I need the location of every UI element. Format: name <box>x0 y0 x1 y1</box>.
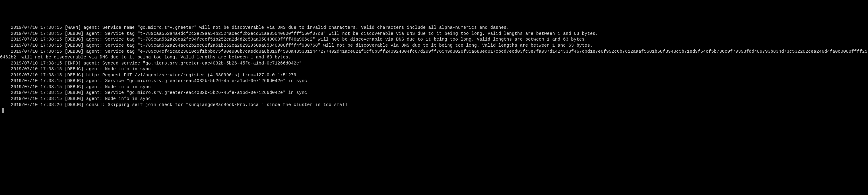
log-line: 2019/07/10 17:08:15 [DEBUG] agent: Servi… <box>0 90 868 96</box>
log-line: 2019/07/10 17:08:15 [DEBUG] agent: Node … <box>0 96 868 102</box>
log-line: 2019/07/10 17:08:15 [DEBUG] agent: Servi… <box>0 31 868 37</box>
log-line: 2019/07/10 17:08:15 [DEBUG] http: Reques… <box>0 73 868 78</box>
terminal-output[interactable]: 2019/07/10 17:08:15 [WARN] agent: Servic… <box>0 25 868 114</box>
log-line: 2019/07/10 17:08:26 [DEBUG] consul: Skip… <box>0 102 868 108</box>
log-line: 2019/07/10 17:08:15 [DEBUG] agent: Servi… <box>0 78 868 84</box>
log-line: 2019/07/10 17:08:15 [DEBUG] agent: Node … <box>0 84 868 90</box>
log-line: 2019/07/10 17:08:15 [WARN] agent: Servic… <box>0 25 868 31</box>
log-line: 2019/07/10 17:08:15 [INFO] agent: Synced… <box>0 61 868 66</box>
log-line: 2019/07/10 17:08:15 [DEBUG] agent: Servi… <box>0 43 868 49</box>
log-line: 2019/07/10 17:08:15 [DEBUG] agent: Node … <box>0 66 868 73</box>
log-line: 2019/07/10 17:08:15 [DEBUG] agent: Servi… <box>0 37 868 43</box>
terminal-cursor <box>2 108 4 113</box>
log-line: 2019/07/10 17:08:15 [DEBUG] agent: Servi… <box>0 49 868 61</box>
